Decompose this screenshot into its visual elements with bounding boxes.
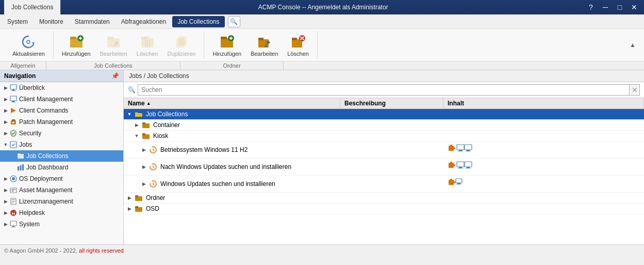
sidebar-item-ueberblick[interactable]: ▶ Überblick bbox=[0, 82, 123, 93]
svg-rect-80 bbox=[454, 181, 455, 183]
table-row[interactable]: ▶ Ordner bbox=[124, 193, 644, 204]
table-row[interactable]: ▶ Nach Windows Updates suchen und instal… bbox=[124, 159, 644, 176]
search-icon: 🔍 bbox=[128, 86, 136, 93]
toolbar-loeschen2-button[interactable]: Löschen bbox=[283, 31, 313, 59]
menu-monitore[interactable]: Monitore bbox=[34, 16, 69, 27]
row-text-ordner: Ordner bbox=[146, 194, 165, 201]
lizenzmanagement-icon bbox=[9, 197, 18, 206]
close-button[interactable]: ✕ bbox=[629, 2, 640, 13]
svg-rect-32 bbox=[12, 119, 15, 121]
svg-rect-66 bbox=[466, 151, 471, 151]
table-row[interactable]: ▶ Container bbox=[124, 120, 644, 131]
svg-rect-27 bbox=[10, 96, 16, 101]
menu-abfrageaktionen[interactable]: Abfrageaktionen bbox=[116, 16, 171, 27]
label-ordner: Ordner bbox=[180, 61, 284, 70]
minimize-button[interactable]: ─ bbox=[600, 2, 611, 13]
status-link[interactable]: all rights reserved bbox=[79, 247, 124, 254]
expand-row-win11h2[interactable]: ▶ bbox=[140, 146, 147, 153]
row-name-container: ▶ Container bbox=[124, 120, 340, 130]
expand-row-kiosk[interactable]: ▼ bbox=[133, 132, 140, 139]
job-collections-nav-icon bbox=[16, 152, 25, 160]
sidebar-item-patch-management[interactable]: ▶ Patch Management bbox=[0, 116, 123, 128]
sidebar-item-client-management[interactable]: ▶ Client Management bbox=[0, 93, 123, 105]
row-desc-nach-win-updates bbox=[340, 166, 443, 168]
svg-rect-78 bbox=[449, 180, 454, 185]
toolbar-hinzufuegen1-button[interactable]: Hinzufügen bbox=[58, 31, 95, 59]
svg-rect-58 bbox=[449, 146, 454, 151]
expand-row-ordner[interactable]: ▶ bbox=[126, 194, 133, 201]
bearbeiten2-label: Bearbeiten bbox=[251, 51, 278, 57]
job-dashboard-icon bbox=[16, 163, 25, 172]
toolbar-duplizieren-button[interactable]: Duplizieren bbox=[163, 31, 200, 59]
table-row[interactable]: ▶ Windows Updates suchen und installiere… bbox=[124, 176, 644, 193]
toolbar-group-allgemein: Aktualisieren bbox=[4, 31, 54, 59]
toolbar-aktualisieren-button[interactable]: Aktualisieren bbox=[8, 31, 49, 59]
row-inhalt-job-collections bbox=[443, 113, 644, 115]
search-clear-button[interactable]: ✕ bbox=[630, 84, 640, 96]
sort-icon: ▲ bbox=[146, 101, 151, 106]
th-beschreibung[interactable]: Beschreibung bbox=[340, 98, 443, 108]
maximize-button[interactable]: □ bbox=[614, 2, 625, 13]
expand-row-container[interactable]: ▶ bbox=[133, 121, 140, 129]
expand-row-nach-win-updates[interactable]: ▶ bbox=[140, 163, 147, 170]
table-row[interactable]: ▶ OSD bbox=[124, 204, 644, 214]
sidebar-item-client-commands[interactable]: ▶ Client Commands bbox=[0, 105, 123, 116]
expand-row-win-updates[interactable]: ▶ bbox=[140, 180, 147, 188]
svg-rect-69 bbox=[450, 162, 452, 163]
table-row[interactable]: ▶ Betriebssystem Windows 11 H2 bbox=[124, 142, 644, 159]
menu-search-button[interactable]: 🔍 bbox=[228, 16, 240, 27]
sidebar-item-asset-management[interactable]: ▶ Asset Management bbox=[0, 184, 123, 196]
menu-job-collections[interactable]: Job Collections bbox=[172, 16, 224, 27]
sidebar-item-lizenzmanagement[interactable]: ▶ Lizenzmanagement bbox=[0, 196, 123, 207]
sidebar-item-jobs[interactable]: ▼ Jobs bbox=[0, 139, 123, 150]
search-input[interactable] bbox=[138, 84, 630, 96]
sidebar-item-job-collections[interactable]: Job Collections bbox=[0, 150, 123, 162]
row-desc-container bbox=[340, 124, 443, 126]
svg-rect-85 bbox=[135, 195, 138, 197]
svg-rect-47 bbox=[12, 202, 14, 203]
row-name-kiosk: ▼ Kiosk bbox=[124, 131, 340, 141]
th-inhalt[interactable]: Inhalt bbox=[443, 98, 644, 108]
toolbar-bearbeiten2-button[interactable]: Bearbeiten bbox=[246, 31, 282, 59]
menu-stammdaten[interactable]: Stammdaten bbox=[70, 16, 115, 27]
loeschen1-icon bbox=[139, 33, 156, 50]
toolbar-collapse-button[interactable]: ▲ bbox=[630, 41, 636, 49]
loeschen2-icon bbox=[290, 33, 306, 50]
sidebar-item-job-dashboard[interactable]: Job Dashboard bbox=[0, 162, 123, 173]
jobs-label: Jobs bbox=[19, 141, 32, 148]
sidebar-item-system[interactable]: ▶ System bbox=[0, 219, 123, 230]
toolbar-bearbeiten1-button[interactable]: Bearbeiten bbox=[96, 31, 131, 59]
sidebar-item-helpdesk[interactable]: ▶ H Helpdesk bbox=[0, 207, 123, 219]
expand-row-job-collections[interactable]: ▼ bbox=[126, 111, 133, 118]
table-row[interactable]: ▼ Kiosk bbox=[124, 131, 644, 142]
row-inhalt-win-updates bbox=[443, 176, 644, 192]
app-title: ACMP Console -- Angemeldet als Administr… bbox=[61, 4, 585, 11]
svg-rect-74 bbox=[465, 162, 472, 167]
pin-icon[interactable]: 📌 bbox=[111, 72, 119, 80]
expand-client-commands: ▶ bbox=[2, 107, 9, 114]
patch-management-icon bbox=[9, 118, 18, 126]
sidebar-item-security[interactable]: ▶ Security bbox=[0, 128, 123, 139]
th-name[interactable]: Name ▲ bbox=[124, 98, 340, 108]
folder-osd-icon bbox=[135, 205, 143, 213]
menu-system[interactable]: System bbox=[2, 16, 33, 27]
help-button[interactable]: ? bbox=[585, 2, 597, 13]
aktualisieren-label: Aktualisieren bbox=[12, 51, 45, 57]
expand-jobs: ▼ bbox=[2, 141, 9, 148]
svg-rect-79 bbox=[450, 179, 452, 180]
sidebar-item-os-deployment[interactable]: ▶ OS Deployment bbox=[0, 173, 123, 184]
row-name-win-updates: ▶ Windows Updates suchen und installiere… bbox=[124, 179, 340, 189]
row-name-job-collections: ▼ Job Collections bbox=[124, 109, 340, 119]
toolbar-hinzufuegen2-button[interactable]: Hinzufügen bbox=[208, 31, 245, 59]
expand-lizenzmanagement: ▶ bbox=[2, 198, 9, 205]
svg-rect-36 bbox=[18, 166, 19, 170]
expand-row-osd[interactable]: ▶ bbox=[126, 205, 133, 212]
title-tab-job-collections[interactable]: Job Collections bbox=[4, 0, 61, 14]
lizenzmanagement-label: Lizenzmanagement bbox=[19, 198, 73, 205]
toolbar-loeschen1-button[interactable]: Löschen bbox=[133, 31, 162, 59]
breadcrumb: Jobs / Job Collections bbox=[124, 70, 644, 82]
row-inhalt-nach-win-updates bbox=[443, 159, 644, 175]
table-row[interactable]: ▼ Job Collections bbox=[124, 109, 644, 120]
svg-rect-56 bbox=[142, 133, 145, 135]
security-icon bbox=[9, 129, 18, 137]
